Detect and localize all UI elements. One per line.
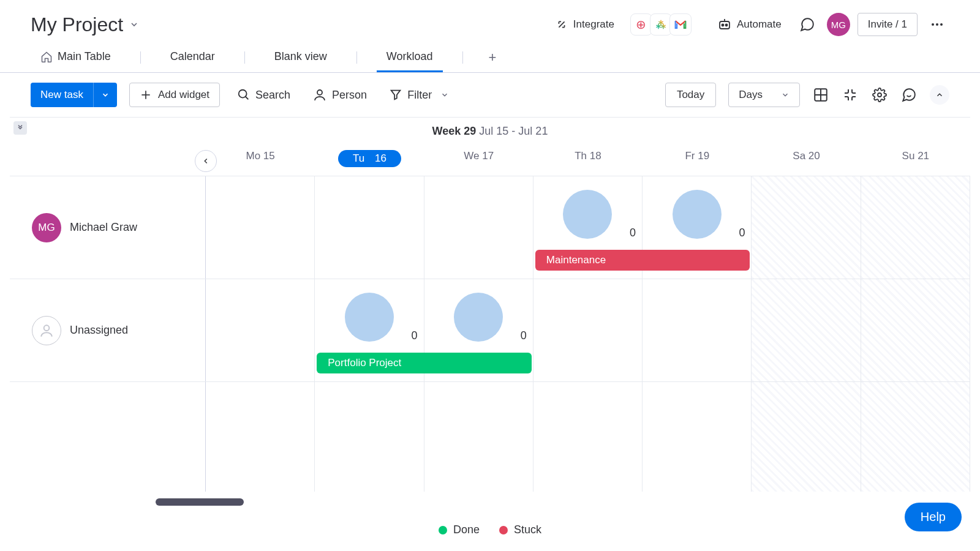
integration-app-icon[interactable]: ⊕ [630, 13, 652, 36]
horizontal-scroll-thumb[interactable] [156, 498, 244, 506]
new-task-group: New task [31, 83, 117, 107]
status-legend: Done Stuck [0, 523, 980, 536]
chevron-left-icon [202, 157, 210, 165]
workload-cell-weekend[interactable] [752, 279, 861, 381]
unassigned-avatar [32, 316, 61, 345]
workload-bubble[interactable] [673, 190, 722, 239]
project-title[interactable]: My Project [31, 13, 139, 36]
workload-cell-weekend[interactable] [861, 176, 970, 279]
person-cell[interactable]: MG Michael Graw [10, 176, 206, 279]
automate-button[interactable]: Automate [711, 13, 788, 36]
workload-cell[interactable] [643, 279, 752, 381]
view-tabs: Main Table Calendar Blank view Workload … [0, 43, 980, 73]
integration-icons: ⊕ ⁂ [628, 13, 692, 36]
user-avatar[interactable]: MG [827, 13, 850, 36]
settings-button[interactable] [871, 86, 888, 103]
add-view-button[interactable]: + [483, 50, 503, 66]
expand-widget-button[interactable] [812, 86, 829, 103]
previous-period-button[interactable] [195, 150, 217, 172]
workload-header: Week 29 Jul 15 - Jul 21 Mo 15 Tu 16 We 1… [10, 118, 970, 176]
add-widget-button[interactable]: Add widget [129, 83, 220, 107]
day-header[interactable]: Th 18 [533, 145, 643, 176]
svg-point-2 [725, 24, 727, 26]
day-header[interactable]: We 17 [424, 145, 533, 176]
workload-cell-weekend[interactable] [752, 176, 861, 279]
day-header[interactable]: Sa 20 [752, 145, 861, 176]
board-toolbar: New task Add widget Search Person Filter… [0, 73, 980, 117]
plus-icon [140, 89, 152, 101]
collapse-widget-button[interactable] [930, 85, 949, 105]
fullscreen-exit-icon [843, 88, 858, 102]
person-filter-button[interactable]: Person [307, 84, 372, 106]
tab-blank-view[interactable]: Blank view [265, 43, 337, 72]
person-icon [312, 88, 327, 102]
invite-button[interactable]: Invite / 1 [858, 13, 918, 36]
feedback-button[interactable] [900, 86, 918, 103]
person-name: Michael Graw [70, 221, 137, 234]
header: My Project Integrate ⊕ ⁂ Automate MG Inv… [0, 0, 980, 43]
today-button[interactable]: Today [665, 83, 716, 107]
person-row: Unassigned 0 0 Portfolio Project [10, 279, 970, 381]
fullscreen-button[interactable] [842, 86, 859, 103]
chevron-down-icon [781, 91, 790, 99]
day-header[interactable]: Fr 19 [643, 145, 752, 176]
chevron-down-icon [440, 91, 449, 99]
help-button[interactable]: Help [905, 503, 962, 531]
workload-cell[interactable] [424, 176, 533, 279]
svg-point-9 [239, 90, 247, 98]
search-icon [237, 88, 251, 102]
workload-cell[interactable] [206, 279, 315, 381]
task-bar-portfolio-project[interactable]: Portfolio Project [317, 353, 532, 373]
chevron-down-icon [101, 91, 110, 99]
workload-widget: Week 29 Jul 15 - Jul 21 Mo 15 Tu 16 We 1… [10, 117, 970, 492]
workload-bubble[interactable] [563, 190, 612, 239]
filter-button[interactable]: Filter [384, 84, 454, 105]
workload-bubble[interactable] [454, 293, 503, 342]
workload-cell[interactable] [533, 279, 643, 381]
workload-cell[interactable] [206, 176, 315, 279]
svg-point-15 [878, 93, 881, 97]
integrate-label: Integrate [573, 18, 614, 31]
workload-bubble[interactable] [345, 293, 394, 342]
task-bar-maintenance[interactable]: Maintenance [535, 250, 750, 271]
more-options-button[interactable] [925, 12, 949, 37]
person-name: Unassigned [70, 324, 128, 337]
empty-grid-row [10, 381, 970, 492]
integrate-button[interactable]: Integrate [549, 14, 620, 35]
svg-line-10 [246, 97, 249, 100]
day-header[interactable]: Mo 15 [206, 145, 315, 176]
workload-cell-weekend[interactable] [861, 279, 970, 381]
conversations-button[interactable] [795, 12, 820, 37]
workload-cell[interactable] [315, 176, 424, 279]
svg-point-6 [940, 23, 943, 26]
new-task-dropdown[interactable] [93, 83, 117, 107]
new-task-button[interactable]: New task [31, 83, 93, 107]
svg-point-16 [44, 325, 50, 331]
day-headers: Mo 15 Tu 16 We 17 Th 18 Fr 19 Sa 20 Su 2… [10, 145, 970, 176]
day-header[interactable]: Su 21 [861, 145, 970, 176]
search-button[interactable]: Search [232, 84, 295, 105]
filter-icon [389, 88, 402, 102]
bubble-count: 0 [739, 227, 745, 239]
tab-calendar[interactable]: Calendar [160, 43, 225, 72]
integration-gmail-icon[interactable] [669, 13, 692, 36]
integration-slack-icon[interactable]: ⁂ [650, 13, 672, 36]
tab-workload[interactable]: Workload [377, 43, 443, 72]
person-cell[interactable]: Unassigned [10, 279, 206, 381]
tab-main-table[interactable]: Main Table [31, 43, 121, 72]
svg-rect-0 [720, 21, 729, 29]
svg-point-5 [936, 23, 938, 26]
legend-done: Done [439, 523, 480, 536]
svg-point-1 [722, 24, 723, 26]
chat-icon [799, 17, 815, 32]
day-header-today[interactable]: Tu 16 [315, 145, 424, 176]
home-icon [40, 51, 53, 63]
timescale-select[interactable]: Days [728, 83, 800, 107]
robot-icon [717, 17, 732, 32]
integrate-icon [555, 18, 568, 31]
dots-icon [930, 17, 944, 32]
legend-dot-done [439, 526, 447, 534]
smiley-chat-icon [901, 87, 917, 103]
chevron-down-icon [129, 20, 139, 29]
chevron-up-icon [935, 91, 944, 99]
